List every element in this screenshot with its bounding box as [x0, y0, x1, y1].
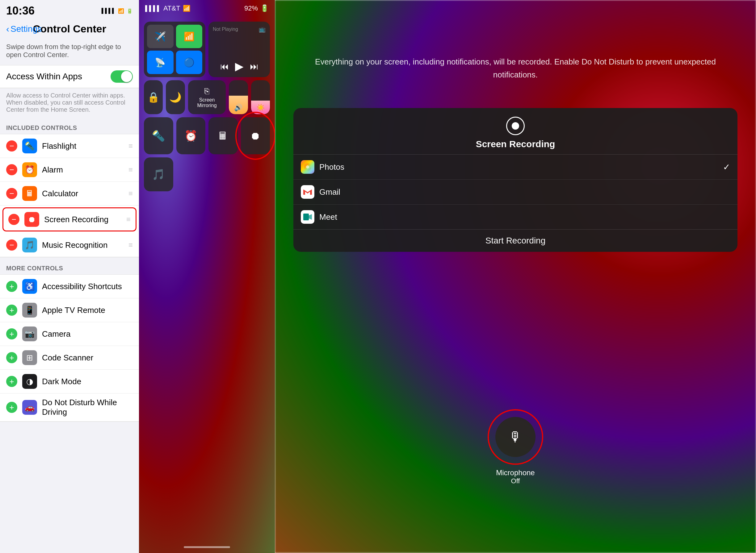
signal-icon: ▌▌▌▌	[101, 8, 116, 14]
popup-header: Screen Recording	[293, 108, 738, 155]
meet-icon	[301, 210, 315, 224]
microphone-highlight-circle: 🎙	[488, 409, 543, 465]
remove-music-recognition-button[interactable]: −	[6, 239, 17, 251]
more-controls-header: MORE CONTROLS	[0, 259, 139, 274]
remove-flashlight-button[interactable]: −	[6, 140, 17, 152]
add-dark-mode-button[interactable]: +	[6, 376, 17, 387]
microphone-status: Off	[511, 477, 520, 485]
microphone-section: 🎙 Microphone Off	[488, 409, 543, 485]
airplane-mode-button[interactable]: ✈️	[147, 25, 174, 48]
photos-app-item[interactable]: Photos ✓	[293, 155, 738, 180]
media-tile: Not Playing 📺 ⏮ ▶ ⏭	[208, 22, 270, 77]
toggle-label: Access Within Apps	[6, 72, 82, 81]
microphone-icon: 🎙	[508, 429, 522, 445]
settings-panel: 10:36 ▌▌▌▌ 📶 🔋 ‹ Settings Control Center…	[0, 0, 139, 553]
calculator-button[interactable]: 🖩	[208, 117, 238, 154]
calculator-label: Calculator	[42, 189, 129, 199]
cellular-button[interactable]: 📶	[176, 25, 203, 48]
phone-battery-icon: 🔋	[260, 4, 269, 12]
add-accessibility-shortcuts-button[interactable]: +	[6, 281, 17, 292]
camera-icon: 📷	[22, 326, 37, 341]
home-indicator	[184, 546, 230, 548]
included-controls-section: − 🔦 Flashlight ≡ − ⏰ Alarm ≡ − 🖩 Calcula…	[0, 134, 139, 257]
camera-item[interactable]: + 📷 Camera	[0, 322, 139, 346]
svg-point-1	[306, 165, 309, 168]
drag-handle-icon[interactable]: ≡	[126, 215, 131, 224]
volume-icon: 🔊	[234, 104, 243, 112]
more-controls-section: + ♿ Accessibility Shortcuts + 📱 Apple TV…	[0, 274, 139, 422]
music-recognition-button[interactable]: 🎵	[144, 157, 173, 191]
alarm-item[interactable]: − ⏰ Alarm ≡	[0, 158, 139, 182]
drag-handle-icon[interactable]: ≡	[129, 189, 133, 198]
gmail-app-item[interactable]: Gmail	[293, 180, 738, 205]
settings-description: Swipe down from the top-right edge to op…	[0, 38, 139, 65]
access-within-apps-toggle[interactable]	[111, 70, 133, 83]
popup-footer[interactable]: Start Recording	[293, 229, 738, 252]
status-bar: 10:36 ▌▌▌▌ 📶 🔋	[0, 0, 139, 20]
toggle-row[interactable]: Access Within Apps	[0, 65, 139, 88]
calculator-item[interactable]: − 🖩 Calculator ≡	[0, 182, 139, 206]
apple-tv-remote-item[interactable]: + 📱 Apple TV Remote	[0, 298, 139, 322]
right-panel: Everything on your screen, including not…	[275, 0, 756, 553]
photos-icon	[301, 160, 315, 174]
bluetooth-button[interactable]: 🔵	[176, 51, 203, 74]
do-not-disturb-driving-item[interactable]: + 🚗 Do Not Disturb While Driving	[0, 393, 139, 421]
phone-wifi-icon: 📶	[183, 5, 191, 12]
phone-status-bar: ▌▌▌▌ AT&T 📶 92% 🔋	[139, 0, 275, 15]
drag-handle-icon[interactable]: ≡	[129, 142, 133, 150]
popup-title: Screen Recording	[476, 139, 555, 149]
nav-bar: ‹ Settings Control Center	[0, 20, 139, 38]
drag-handle-icon[interactable]: ≡	[129, 165, 133, 174]
code-scanner-item[interactable]: + ⊞ Code Scanner	[0, 346, 139, 370]
play-button[interactable]: ▶	[235, 60, 244, 73]
brightness-icon: ☀️	[256, 104, 265, 112]
volume-slider[interactable]: 🔊	[229, 80, 248, 114]
photos-checkmark: ✓	[723, 162, 730, 172]
alarm-button[interactable]: ⏰	[176, 117, 206, 154]
add-code-scanner-button[interactable]: +	[6, 352, 17, 363]
calculator-icon: 🖩	[22, 186, 37, 201]
drag-handle-icon[interactable]: ≡	[129, 241, 133, 249]
gmail-icon	[301, 185, 315, 199]
fast-forward-button[interactable]: ⏭	[250, 61, 259, 72]
brightness-slider[interactable]: ☀️	[251, 80, 270, 114]
remove-calculator-button[interactable]: −	[6, 188, 17, 199]
start-recording-button[interactable]: Start Recording	[485, 236, 546, 245]
code-scanner-label: Code Scanner	[42, 353, 133, 363]
do-not-disturb-button[interactable]: 🌙	[166, 80, 185, 114]
remove-alarm-button[interactable]: −	[6, 164, 17, 175]
apple-tv-remote-label: Apple TV Remote	[42, 306, 133, 315]
microphone-label-group: Microphone Off	[496, 468, 535, 485]
dark-mode-item[interactable]: + ◑ Dark Mode	[0, 370, 139, 393]
dark-mode-icon: ◑	[22, 374, 37, 389]
record-icon	[506, 116, 525, 135]
meet-app-item[interactable]: Meet	[293, 205, 738, 229]
screen-recording-item[interactable]: − ⏺ Screen Recording ≡	[2, 208, 137, 231]
battery-icon: 🔋	[127, 8, 133, 14]
back-button[interactable]: ‹ Settings	[6, 24, 42, 34]
add-camera-button[interactable]: +	[6, 328, 17, 339]
screen-mirroring-button[interactable]: ⎘ ScreenMirroring	[188, 80, 226, 114]
airplay-icon[interactable]: 📺	[259, 26, 266, 33]
remove-screen-recording-button[interactable]: −	[8, 214, 19, 225]
record-dot	[512, 122, 519, 130]
music-recognition-item[interactable]: − 🎵 Music Recognition ≡	[0, 233, 139, 257]
rewind-button[interactable]: ⏮	[220, 61, 229, 72]
add-apple-tv-remote-button[interactable]: +	[6, 305, 17, 316]
accessibility-shortcuts-item[interactable]: + ♿ Accessibility Shortcuts	[0, 274, 139, 298]
apple-tv-remote-icon: 📱	[22, 303, 37, 318]
do-not-disturb-driving-icon: 🚗	[22, 400, 37, 415]
microphone-label: Microphone	[496, 468, 535, 477]
flashlight-button[interactable]: 🔦	[144, 117, 173, 154]
phone-screen: ▌▌▌▌ AT&T 📶 92% 🔋 ✈️ 📶 📡 🔵 Not Playing	[139, 0, 275, 553]
screen-record-button[interactable]: ⏺	[241, 117, 270, 154]
flashlight-icon: 🔦	[22, 139, 37, 153]
wifi-button[interactable]: 📡	[147, 51, 174, 74]
microphone-button[interactable]: 🎙	[495, 417, 536, 457]
rotation-lock-button[interactable]: 🔒	[144, 80, 163, 114]
add-do-not-disturb-driving-button[interactable]: +	[6, 402, 17, 413]
status-icons: ▌▌▌▌ 📶 🔋	[101, 8, 133, 14]
phone-signal-icon: ▌▌▌▌	[145, 5, 161, 12]
notification-text: Everything on your screen, including not…	[293, 56, 738, 81]
flashlight-item[interactable]: − 🔦 Flashlight ≡	[0, 134, 139, 158]
